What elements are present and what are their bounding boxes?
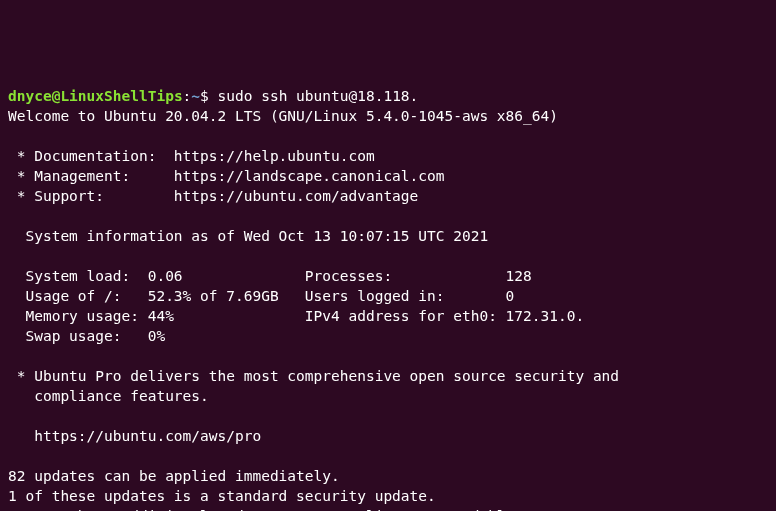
doc-link-line: * Documentation: https://help.ubuntu.com [8, 148, 375, 164]
terminal-output[interactable]: dnyce@LinuxShellTips:~$ sudo ssh ubuntu@… [8, 86, 768, 511]
prompt-line-1: dnyce@LinuxShellTips:~$ sudo ssh ubuntu@… [8, 88, 418, 104]
ubuntu-pro-line-1: * Ubuntu Pro delivers the most comprehen… [8, 368, 619, 384]
updates-security: 1 of these updates is a standard securit… [8, 488, 436, 504]
updates-count: 82 updates can be applied immediately. [8, 468, 340, 484]
sysinfo-memory-ipv4: Memory usage: 44% IPv4 address for eth0:… [8, 308, 584, 324]
ubuntu-pro-url: https://ubuntu.com/aws/pro [8, 428, 261, 444]
command-text: sudo ssh ubuntu@18.118. [218, 88, 419, 104]
prompt-path: ~ [191, 88, 200, 104]
prompt-user: dnyce [8, 88, 52, 104]
support-link-line: * Support: https://ubuntu.com/advantage [8, 188, 418, 204]
sysinfo-usage-users: Usage of /: 52.3% of 7.69GB Users logged… [8, 288, 514, 304]
prompt-dollar: $ [200, 88, 217, 104]
sysinfo-swap: Swap usage: 0% [8, 328, 165, 344]
sysinfo-header: System information as of Wed Oct 13 10:0… [8, 228, 488, 244]
sysinfo-load-processes: System load: 0.06 Processes: 128 [8, 268, 532, 284]
prompt-host: LinuxShellTips [60, 88, 182, 104]
welcome-line: Welcome to Ubuntu 20.04.2 LTS (GNU/Linux… [8, 108, 558, 124]
mgmt-link-line: * Management: https://landscape.canonica… [8, 168, 445, 184]
ubuntu-pro-line-2: compliance features. [8, 388, 209, 404]
